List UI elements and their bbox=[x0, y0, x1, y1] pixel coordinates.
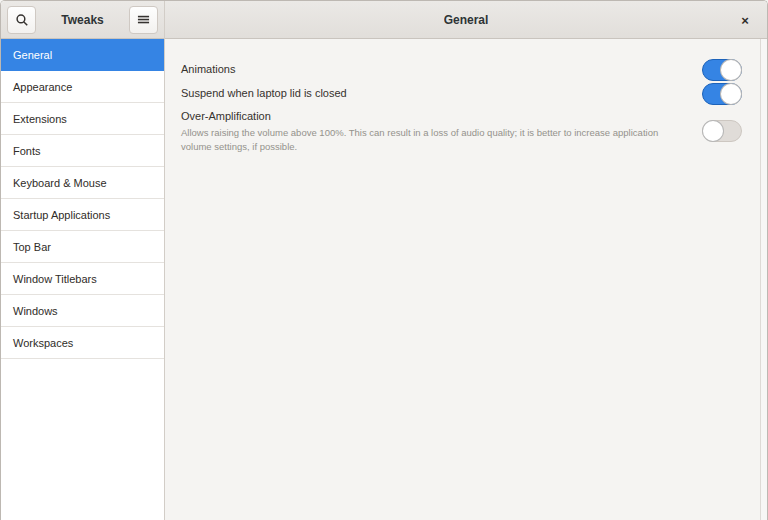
sidebar-item-workspaces[interactable]: Workspaces bbox=[1, 327, 164, 359]
app-title: Tweaks bbox=[36, 13, 129, 27]
setting-text: Suspend when laptop lid is closed bbox=[181, 86, 702, 100]
sidebar-item-label: Workspaces bbox=[13, 337, 73, 349]
suspend-lid-toggle[interactable] bbox=[702, 83, 742, 105]
tweaks-window: Tweaks General Appearance Extensions Fon… bbox=[0, 0, 768, 520]
sidebar-item-label: Fonts bbox=[13, 145, 41, 157]
setting-row-suspend-lid: Suspend when laptop lid is closed bbox=[181, 82, 742, 105]
sidebar-item-keyboard-mouse[interactable]: Keyboard & Mouse bbox=[1, 167, 164, 199]
hamburger-menu-icon bbox=[137, 13, 150, 26]
settings-list: Animations Suspend when laptop lid is cl… bbox=[165, 39, 760, 520]
sidebar-item-label: Top Bar bbox=[13, 241, 51, 253]
page-title: General bbox=[444, 13, 489, 27]
animations-toggle[interactable] bbox=[702, 59, 742, 81]
sidebar-item-appearance[interactable]: Appearance bbox=[1, 71, 164, 103]
search-button[interactable] bbox=[7, 6, 36, 34]
main-headerbar: General × bbox=[165, 1, 767, 39]
sidebar-headerbar: Tweaks bbox=[1, 1, 164, 39]
menu-button[interactable] bbox=[129, 6, 158, 34]
sidebar-item-label: General bbox=[13, 49, 52, 61]
sidebar-item-label: Windows bbox=[13, 305, 58, 317]
close-button[interactable]: × bbox=[733, 8, 757, 32]
sidebar-item-label: Appearance bbox=[13, 81, 72, 93]
sidebar-item-label: Keyboard & Mouse bbox=[13, 177, 107, 189]
setting-description: Allows raising the volume above 100%. Th… bbox=[181, 126, 688, 153]
sidebar-item-general[interactable]: General bbox=[1, 39, 164, 71]
search-icon bbox=[15, 13, 29, 27]
toggle-knob bbox=[702, 120, 724, 142]
close-icon: × bbox=[741, 14, 749, 27]
sidebar-item-label: Window Titlebars bbox=[13, 273, 97, 285]
main-panel: General × Animations Suspend when laptop… bbox=[165, 1, 767, 520]
sidebar-item-startup-applications[interactable]: Startup Applications bbox=[1, 199, 164, 231]
sidebar-item-label: Extensions bbox=[13, 113, 67, 125]
sidebar-item-fonts[interactable]: Fonts bbox=[1, 135, 164, 167]
setting-row-animations: Animations bbox=[181, 58, 742, 81]
sidebar-item-window-titlebars[interactable]: Window Titlebars bbox=[1, 263, 164, 295]
toggle-knob bbox=[720, 59, 742, 81]
sidebar-item-extensions[interactable]: Extensions bbox=[1, 103, 164, 135]
sidebar-item-windows[interactable]: Windows bbox=[1, 295, 164, 327]
setting-label: Suspend when laptop lid is closed bbox=[181, 86, 688, 100]
sidebar-item-label: Startup Applications bbox=[13, 209, 110, 221]
over-amplification-toggle[interactable] bbox=[702, 120, 742, 142]
sidebar-list: General Appearance Extensions Fonts Keyb… bbox=[1, 39, 164, 520]
toggle-knob bbox=[720, 83, 742, 105]
setting-text: Over-Amplification Allows raising the vo… bbox=[181, 109, 702, 153]
setting-row-over-amplification: Over-Amplification Allows raising the vo… bbox=[181, 109, 742, 153]
setting-label: Animations bbox=[181, 62, 688, 76]
setting-label: Over-Amplification bbox=[181, 109, 688, 123]
sidebar: Tweaks General Appearance Extensions Fon… bbox=[1, 1, 165, 520]
content-wrap: Animations Suspend when laptop lid is cl… bbox=[165, 39, 767, 520]
sidebar-item-top-bar[interactable]: Top Bar bbox=[1, 231, 164, 263]
scrollbar-gutter[interactable] bbox=[760, 39, 767, 520]
setting-text: Animations bbox=[181, 62, 702, 76]
